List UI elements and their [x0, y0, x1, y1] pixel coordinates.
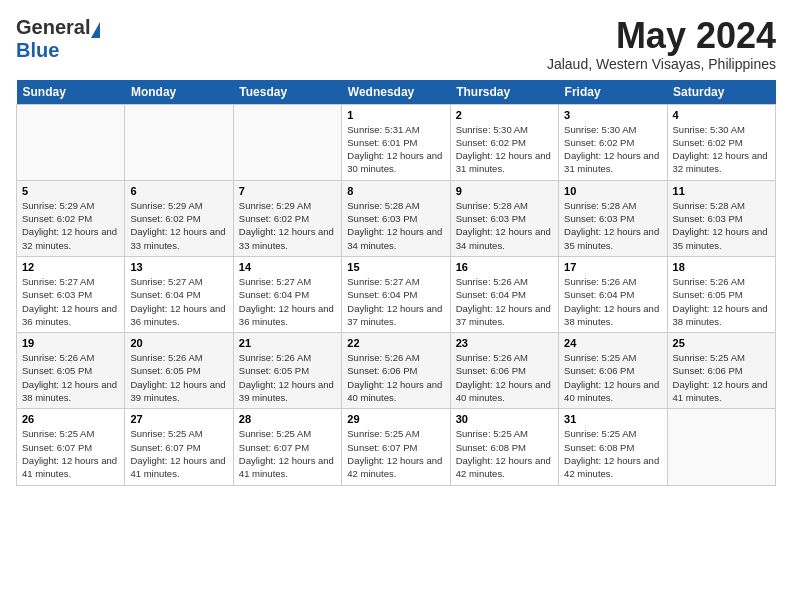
calendar-cell: 25Sunrise: 5:25 AM Sunset: 6:06 PM Dayli…	[667, 333, 775, 409]
calendar-cell: 7Sunrise: 5:29 AM Sunset: 6:02 PM Daylig…	[233, 180, 341, 256]
day-info: Sunrise: 5:31 AM Sunset: 6:01 PM Dayligh…	[347, 123, 444, 176]
day-info: Sunrise: 5:26 AM Sunset: 6:05 PM Dayligh…	[22, 351, 119, 404]
day-number: 14	[239, 261, 336, 273]
weekday-header-cell: Monday	[125, 80, 233, 105]
day-number: 19	[22, 337, 119, 349]
calendar-cell	[125, 104, 233, 180]
day-info: Sunrise: 5:29 AM Sunset: 6:02 PM Dayligh…	[239, 199, 336, 252]
calendar-cell: 29Sunrise: 5:25 AM Sunset: 6:07 PM Dayli…	[342, 409, 450, 485]
weekday-header-cell: Sunday	[17, 80, 125, 105]
day-number: 17	[564, 261, 661, 273]
day-number: 24	[564, 337, 661, 349]
weekday-header-cell: Saturday	[667, 80, 775, 105]
day-number: 7	[239, 185, 336, 197]
calendar-cell: 28Sunrise: 5:25 AM Sunset: 6:07 PM Dayli…	[233, 409, 341, 485]
calendar-cell: 10Sunrise: 5:28 AM Sunset: 6:03 PM Dayli…	[559, 180, 667, 256]
day-number: 29	[347, 413, 444, 425]
day-number: 12	[22, 261, 119, 273]
day-info: Sunrise: 5:25 AM Sunset: 6:07 PM Dayligh…	[130, 427, 227, 480]
day-info: Sunrise: 5:30 AM Sunset: 6:02 PM Dayligh…	[564, 123, 661, 176]
calendar-cell: 5Sunrise: 5:29 AM Sunset: 6:02 PM Daylig…	[17, 180, 125, 256]
day-info: Sunrise: 5:25 AM Sunset: 6:07 PM Dayligh…	[239, 427, 336, 480]
logo: General Blue	[16, 16, 101, 62]
day-number: 25	[673, 337, 770, 349]
day-info: Sunrise: 5:26 AM Sunset: 6:05 PM Dayligh…	[239, 351, 336, 404]
calendar-cell	[17, 104, 125, 180]
day-info: Sunrise: 5:25 AM Sunset: 6:07 PM Dayligh…	[347, 427, 444, 480]
day-number: 23	[456, 337, 553, 349]
day-info: Sunrise: 5:28 AM Sunset: 6:03 PM Dayligh…	[456, 199, 553, 252]
calendar-body: 1Sunrise: 5:31 AM Sunset: 6:01 PM Daylig…	[17, 104, 776, 485]
location: Jalaud, Western Visayas, Philippines	[547, 56, 776, 72]
day-info: Sunrise: 5:26 AM Sunset: 6:04 PM Dayligh…	[564, 275, 661, 328]
logo-general: General	[16, 16, 90, 39]
day-number: 22	[347, 337, 444, 349]
day-info: Sunrise: 5:27 AM Sunset: 6:04 PM Dayligh…	[239, 275, 336, 328]
day-number: 13	[130, 261, 227, 273]
day-info: Sunrise: 5:26 AM Sunset: 6:05 PM Dayligh…	[673, 275, 770, 328]
day-number: 31	[564, 413, 661, 425]
day-info: Sunrise: 5:25 AM Sunset: 6:06 PM Dayligh…	[564, 351, 661, 404]
day-number: 5	[22, 185, 119, 197]
day-info: Sunrise: 5:25 AM Sunset: 6:08 PM Dayligh…	[456, 427, 553, 480]
day-info: Sunrise: 5:27 AM Sunset: 6:03 PM Dayligh…	[22, 275, 119, 328]
calendar-cell	[667, 409, 775, 485]
day-info: Sunrise: 5:29 AM Sunset: 6:02 PM Dayligh…	[130, 199, 227, 252]
day-number: 16	[456, 261, 553, 273]
calendar-cell: 22Sunrise: 5:26 AM Sunset: 6:06 PM Dayli…	[342, 333, 450, 409]
weekday-header-cell: Thursday	[450, 80, 558, 105]
title-section: May 2024 Jalaud, Western Visayas, Philip…	[547, 16, 776, 72]
day-number: 20	[130, 337, 227, 349]
calendar-cell: 16Sunrise: 5:26 AM Sunset: 6:04 PM Dayli…	[450, 256, 558, 332]
day-info: Sunrise: 5:28 AM Sunset: 6:03 PM Dayligh…	[673, 199, 770, 252]
calendar-cell: 14Sunrise: 5:27 AM Sunset: 6:04 PM Dayli…	[233, 256, 341, 332]
calendar-cell: 15Sunrise: 5:27 AM Sunset: 6:04 PM Dayli…	[342, 256, 450, 332]
calendar-table: SundayMondayTuesdayWednesdayThursdayFrid…	[16, 80, 776, 486]
day-info: Sunrise: 5:29 AM Sunset: 6:02 PM Dayligh…	[22, 199, 119, 252]
weekday-header-cell: Tuesday	[233, 80, 341, 105]
calendar-cell: 21Sunrise: 5:26 AM Sunset: 6:05 PM Dayli…	[233, 333, 341, 409]
calendar-cell	[233, 104, 341, 180]
day-info: Sunrise: 5:26 AM Sunset: 6:06 PM Dayligh…	[456, 351, 553, 404]
page-header: General Blue May 2024 Jalaud, Western Vi…	[16, 16, 776, 72]
day-number: 10	[564, 185, 661, 197]
calendar-cell: 30Sunrise: 5:25 AM Sunset: 6:08 PM Dayli…	[450, 409, 558, 485]
calendar-row: 1Sunrise: 5:31 AM Sunset: 6:01 PM Daylig…	[17, 104, 776, 180]
calendar-cell: 20Sunrise: 5:26 AM Sunset: 6:05 PM Dayli…	[125, 333, 233, 409]
day-number: 15	[347, 261, 444, 273]
day-number: 9	[456, 185, 553, 197]
calendar-cell: 11Sunrise: 5:28 AM Sunset: 6:03 PM Dayli…	[667, 180, 775, 256]
calendar-cell: 19Sunrise: 5:26 AM Sunset: 6:05 PM Dayli…	[17, 333, 125, 409]
day-number: 30	[456, 413, 553, 425]
day-info: Sunrise: 5:30 AM Sunset: 6:02 PM Dayligh…	[673, 123, 770, 176]
calendar-cell: 17Sunrise: 5:26 AM Sunset: 6:04 PM Dayli…	[559, 256, 667, 332]
calendar-cell: 23Sunrise: 5:26 AM Sunset: 6:06 PM Dayli…	[450, 333, 558, 409]
calendar-cell: 1Sunrise: 5:31 AM Sunset: 6:01 PM Daylig…	[342, 104, 450, 180]
weekday-header-cell: Wednesday	[342, 80, 450, 105]
calendar-row: 19Sunrise: 5:26 AM Sunset: 6:05 PM Dayli…	[17, 333, 776, 409]
day-info: Sunrise: 5:27 AM Sunset: 6:04 PM Dayligh…	[130, 275, 227, 328]
weekday-header-cell: Friday	[559, 80, 667, 105]
month-title: May 2024	[547, 16, 776, 56]
calendar-row: 26Sunrise: 5:25 AM Sunset: 6:07 PM Dayli…	[17, 409, 776, 485]
day-number: 8	[347, 185, 444, 197]
day-number: 6	[130, 185, 227, 197]
calendar-cell: 12Sunrise: 5:27 AM Sunset: 6:03 PM Dayli…	[17, 256, 125, 332]
day-number: 11	[673, 185, 770, 197]
calendar-cell: 24Sunrise: 5:25 AM Sunset: 6:06 PM Dayli…	[559, 333, 667, 409]
calendar-cell: 3Sunrise: 5:30 AM Sunset: 6:02 PM Daylig…	[559, 104, 667, 180]
logo-blue: Blue	[16, 39, 59, 62]
day-info: Sunrise: 5:25 AM Sunset: 6:07 PM Dayligh…	[22, 427, 119, 480]
calendar-cell: 6Sunrise: 5:29 AM Sunset: 6:02 PM Daylig…	[125, 180, 233, 256]
day-number: 2	[456, 109, 553, 121]
calendar-row: 12Sunrise: 5:27 AM Sunset: 6:03 PM Dayli…	[17, 256, 776, 332]
logo-text: General	[16, 16, 101, 39]
day-number: 28	[239, 413, 336, 425]
calendar-row: 5Sunrise: 5:29 AM Sunset: 6:02 PM Daylig…	[17, 180, 776, 256]
calendar-cell: 2Sunrise: 5:30 AM Sunset: 6:02 PM Daylig…	[450, 104, 558, 180]
calendar-cell: 31Sunrise: 5:25 AM Sunset: 6:08 PM Dayli…	[559, 409, 667, 485]
day-number: 26	[22, 413, 119, 425]
calendar-cell: 9Sunrise: 5:28 AM Sunset: 6:03 PM Daylig…	[450, 180, 558, 256]
logo-arrow	[91, 22, 100, 38]
day-info: Sunrise: 5:25 AM Sunset: 6:08 PM Dayligh…	[564, 427, 661, 480]
